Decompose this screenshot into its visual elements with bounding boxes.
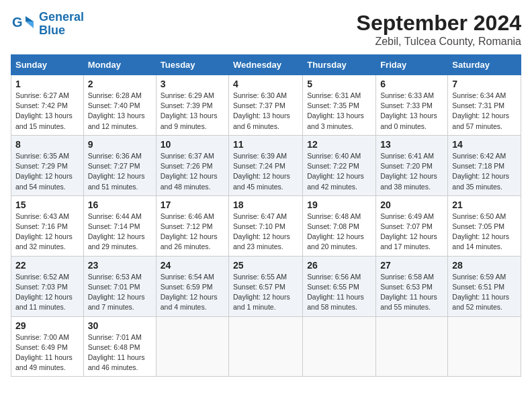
day-number: 9 (88, 139, 152, 150)
calendar-cell: 2Sunrise: 6:28 AM Sunset: 7:40 PM Daylig… (83, 75, 156, 136)
calendar-week-row: 22Sunrise: 6:52 AM Sunset: 7:03 PM Dayli… (11, 256, 521, 316)
day-info: Sunrise: 6:36 AM Sunset: 7:27 PM Dayligh… (88, 151, 152, 192)
day-info: Sunrise: 6:46 AM Sunset: 7:12 PM Dayligh… (161, 212, 224, 253)
day-number: 5 (307, 79, 371, 89)
day-number: 1 (15, 79, 79, 89)
logo-text: General Blue (39, 11, 84, 38)
day-number: 27 (380, 260, 443, 271)
calendar-table: SundayMondayTuesdayWednesdayThursdayFrid… (11, 54, 521, 377)
day-number: 20 (380, 199, 443, 210)
day-number: 25 (233, 260, 298, 271)
day-number: 24 (161, 260, 224, 271)
day-number: 19 (307, 199, 371, 210)
header-saturday: Saturday (448, 55, 521, 75)
calendar-cell: 3Sunrise: 6:29 AM Sunset: 7:39 PM Daylig… (156, 75, 228, 136)
calendar-cell (448, 316, 521, 377)
day-info: Sunrise: 6:52 AM Sunset: 7:03 PM Dayligh… (15, 272, 79, 313)
day-number: 8 (15, 139, 79, 150)
logo-icon: G (11, 12, 35, 36)
calendar-header-row: SundayMondayTuesdayWednesdayThursdayFrid… (11, 55, 521, 75)
day-info: Sunrise: 6:56 AM Sunset: 6:55 PM Dayligh… (307, 272, 371, 313)
calendar-cell: 18Sunrise: 6:47 AM Sunset: 7:10 PM Dayli… (229, 195, 303, 256)
day-number: 15 (15, 199, 79, 210)
day-info: Sunrise: 6:44 AM Sunset: 7:14 PM Dayligh… (88, 212, 152, 253)
calendar-cell: 15Sunrise: 6:43 AM Sunset: 7:16 PM Dayli… (11, 195, 84, 256)
calendar-cell: 26Sunrise: 6:56 AM Sunset: 6:55 PM Dayli… (303, 256, 376, 316)
header-wednesday: Wednesday (229, 55, 303, 75)
day-info: Sunrise: 6:41 AM Sunset: 7:20 PM Dayligh… (380, 151, 443, 192)
calendar-week-row: 1Sunrise: 6:27 AM Sunset: 7:42 PM Daylig… (11, 75, 521, 136)
calendar-cell: 17Sunrise: 6:46 AM Sunset: 7:12 PM Dayli… (156, 195, 228, 256)
day-number: 18 (233, 199, 298, 210)
day-number: 23 (88, 260, 152, 271)
day-info: Sunrise: 6:29 AM Sunset: 7:39 PM Dayligh… (161, 91, 224, 132)
calendar-cell (156, 316, 228, 377)
day-number: 11 (233, 139, 298, 150)
day-number: 7 (452, 79, 517, 89)
day-info: Sunrise: 7:01 AM Sunset: 6:48 PM Dayligh… (88, 332, 152, 373)
day-number: 3 (161, 79, 224, 89)
day-info: Sunrise: 6:49 AM Sunset: 7:07 PM Dayligh… (380, 212, 443, 253)
calendar-cell: 30Sunrise: 7:01 AM Sunset: 6:48 PM Dayli… (83, 316, 156, 377)
day-info: Sunrise: 6:55 AM Sunset: 6:57 PM Dayligh… (233, 272, 298, 313)
calendar-week-row: 15Sunrise: 6:43 AM Sunset: 7:16 PM Dayli… (11, 195, 521, 256)
day-info: Sunrise: 6:47 AM Sunset: 7:10 PM Dayligh… (233, 212, 298, 253)
day-info: Sunrise: 6:27 AM Sunset: 7:42 PM Dayligh… (15, 91, 79, 132)
svg-text:G: G (12, 15, 23, 30)
day-info: Sunrise: 6:30 AM Sunset: 7:37 PM Dayligh… (233, 91, 298, 132)
calendar-cell: 20Sunrise: 6:49 AM Sunset: 7:07 PM Dayli… (376, 195, 448, 256)
calendar-cell: 1Sunrise: 6:27 AM Sunset: 7:42 PM Daylig… (11, 75, 84, 136)
page-header: G General Blue September 2024 Zebil, Tul… (11, 11, 521, 48)
month-title: September 2024 (357, 11, 521, 36)
calendar-cell: 21Sunrise: 6:50 AM Sunset: 7:05 PM Dayli… (448, 195, 521, 256)
day-info: Sunrise: 6:33 AM Sunset: 7:33 PM Dayligh… (380, 91, 443, 132)
day-info: Sunrise: 6:37 AM Sunset: 7:26 PM Dayligh… (161, 151, 224, 192)
title-block: September 2024 Zebil, Tulcea County, Rom… (357, 11, 521, 48)
logo-line2: Blue (39, 24, 65, 37)
calendar-cell: 4Sunrise: 6:30 AM Sunset: 7:37 PM Daylig… (229, 75, 303, 136)
calendar-cell: 28Sunrise: 6:59 AM Sunset: 6:51 PM Dayli… (448, 256, 521, 316)
day-number: 26 (307, 260, 371, 271)
day-info: Sunrise: 6:42 AM Sunset: 7:18 PM Dayligh… (452, 151, 517, 192)
day-info: Sunrise: 6:39 AM Sunset: 7:24 PM Dayligh… (233, 151, 298, 192)
header-thursday: Thursday (303, 55, 376, 75)
calendar-cell: 14Sunrise: 6:42 AM Sunset: 7:18 PM Dayli… (448, 135, 521, 195)
day-number: 17 (161, 199, 224, 210)
calendar-cell: 29Sunrise: 7:00 AM Sunset: 6:49 PM Dayli… (11, 316, 84, 377)
calendar-cell (376, 316, 448, 377)
calendar-cell: 23Sunrise: 6:53 AM Sunset: 7:01 PM Dayli… (83, 256, 156, 316)
day-info: Sunrise: 7:00 AM Sunset: 6:49 PM Dayligh… (15, 332, 79, 373)
day-number: 10 (161, 139, 224, 150)
location-title: Zebil, Tulcea County, Romania (357, 36, 521, 48)
day-info: Sunrise: 6:59 AM Sunset: 6:51 PM Dayligh… (452, 272, 517, 313)
day-number: 14 (452, 139, 517, 150)
day-number: 2 (88, 79, 152, 89)
calendar-cell: 13Sunrise: 6:41 AM Sunset: 7:20 PM Dayli… (376, 135, 448, 195)
calendar-cell: 9Sunrise: 6:36 AM Sunset: 7:27 PM Daylig… (83, 135, 156, 195)
day-info: Sunrise: 6:43 AM Sunset: 7:16 PM Dayligh… (15, 212, 79, 253)
calendar-week-row: 8Sunrise: 6:35 AM Sunset: 7:29 PM Daylig… (11, 135, 521, 195)
header-sunday: Sunday (11, 55, 84, 75)
day-info: Sunrise: 6:31 AM Sunset: 7:35 PM Dayligh… (307, 91, 371, 132)
logo: G General Blue (11, 11, 84, 38)
day-info: Sunrise: 6:54 AM Sunset: 6:59 PM Dayligh… (161, 272, 224, 313)
day-info: Sunrise: 6:48 AM Sunset: 7:08 PM Dayligh… (307, 212, 371, 253)
logo-line1: General (39, 10, 84, 24)
day-number: 21 (452, 199, 517, 210)
day-info: Sunrise: 6:53 AM Sunset: 7:01 PM Dayligh… (88, 272, 152, 313)
header-monday: Monday (83, 55, 156, 75)
day-number: 22 (15, 260, 79, 271)
day-number: 6 (380, 79, 443, 89)
day-number: 16 (88, 199, 152, 210)
day-info: Sunrise: 6:28 AM Sunset: 7:40 PM Dayligh… (88, 91, 152, 132)
calendar-cell: 11Sunrise: 6:39 AM Sunset: 7:24 PM Dayli… (229, 135, 303, 195)
calendar-cell: 8Sunrise: 6:35 AM Sunset: 7:29 PM Daylig… (11, 135, 84, 195)
calendar-cell: 25Sunrise: 6:55 AM Sunset: 6:57 PM Dayli… (229, 256, 303, 316)
day-info: Sunrise: 6:58 AM Sunset: 6:53 PM Dayligh… (380, 272, 443, 313)
header-tuesday: Tuesday (156, 55, 228, 75)
calendar-cell: 16Sunrise: 6:44 AM Sunset: 7:14 PM Dayli… (83, 195, 156, 256)
calendar-cell (303, 316, 376, 377)
calendar-cell: 7Sunrise: 6:34 AM Sunset: 7:31 PM Daylig… (448, 75, 521, 136)
calendar-cell: 10Sunrise: 6:37 AM Sunset: 7:26 PM Dayli… (156, 135, 228, 195)
day-number: 28 (452, 260, 517, 271)
